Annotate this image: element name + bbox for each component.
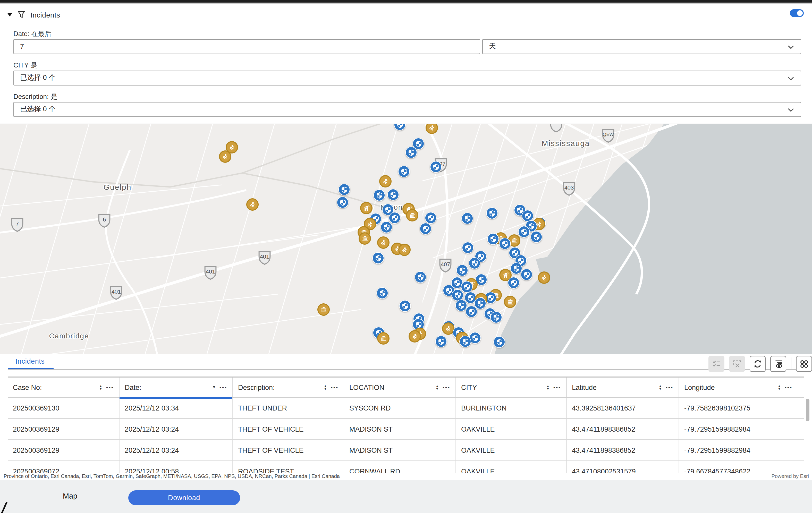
incident-marker-shield[interactable] [490, 311, 502, 323]
incident-marker-shield[interactable] [380, 221, 393, 233]
incident-marker-shield[interactable] [398, 165, 410, 177]
incident-marker-shield[interactable] [499, 238, 511, 249]
column-menu-icon[interactable]: ••• [666, 385, 673, 390]
incident-marker-shield[interactable] [474, 297, 486, 309]
incident-marker-hand[interactable] [246, 198, 259, 211]
incident-marker-shield[interactable] [389, 212, 401, 224]
incident-marker-shield[interactable] [452, 289, 463, 301]
incident-marker-shield[interactable] [518, 226, 530, 238]
table-row[interactable]: 2025003690722025/12/12 00:58ROADSIDE TES… [8, 461, 804, 473]
download-button[interactable]: Download [128, 490, 240, 505]
incident-marker-shield[interactable] [461, 212, 473, 224]
incident-marker-shield[interactable] [430, 161, 442, 173]
sort-desc-icon[interactable]: ▼ [212, 386, 216, 389]
incident-marker-shield[interactable] [414, 271, 426, 283]
incident-marker-shield[interactable] [338, 184, 350, 195]
incident-marker-hand[interactable] [377, 236, 389, 249]
incident-marker-shield[interactable] [387, 189, 399, 201]
incident-marker-shield[interactable] [337, 197, 349, 208]
sort-icon[interactable]: ▲▼ [659, 385, 662, 390]
select-records-button[interactable] [708, 356, 724, 372]
incident-marker-shield[interactable] [456, 265, 468, 276]
actions-button[interactable] [796, 356, 812, 372]
incident-marker-bank[interactable] [377, 332, 389, 344]
incident-marker-bank[interactable] [406, 209, 418, 221]
incident-marker-hand[interactable] [538, 271, 550, 284]
incident-marker-shield[interactable] [459, 336, 471, 348]
cell: OAKVILLE [456, 419, 567, 439]
chevron-down-icon [788, 108, 794, 112]
incident-marker-shield[interactable] [530, 231, 542, 243]
sort-icon[interactable]: ▲▼ [324, 385, 327, 390]
show-hide-columns-button[interactable] [770, 356, 786, 372]
incident-marker-shield[interactable] [465, 306, 477, 318]
column-header-latitude[interactable]: Latitude▲▼••• [567, 378, 679, 397]
incident-marker-shield[interactable] [461, 281, 473, 293]
sort-icon[interactable]: ▲▼ [435, 385, 439, 390]
incident-marker-shield[interactable] [372, 252, 384, 264]
incident-marker-house[interactable] [360, 202, 373, 214]
incident-marker-shield[interactable] [425, 212, 437, 224]
column-header-location[interactable]: LOCATION▲▼••• [344, 378, 456, 397]
cell: THEFT OF VEHICLE [233, 419, 344, 439]
shield-glyph-icon [391, 214, 398, 221]
bank-glyph-icon [379, 335, 387, 342]
incident-marker-shield[interactable] [469, 257, 481, 269]
incident-marker-shield[interactable] [462, 242, 474, 254]
incident-marker-shield[interactable] [508, 277, 520, 289]
sort-icon[interactable]: ▲▼ [546, 385, 550, 390]
column-menu-icon[interactable]: ••• [220, 385, 227, 390]
incident-marker-shield[interactable] [493, 336, 505, 348]
column-header-city[interactable]: CITY▲▼••• [456, 378, 567, 397]
table-row[interactable]: 2025003691302025/12/12 03:34THEFT UNDERS… [8, 398, 804, 419]
table-row[interactable]: 2025003691292025/12/12 03:24THEFT OF VEH… [8, 419, 804, 440]
hand-glyph-icon [428, 124, 436, 131]
incident-marker-shield[interactable] [510, 263, 522, 274]
date-value-input[interactable]: 7 [13, 39, 480, 54]
highway-shield-401: 401 [109, 285, 123, 300]
table-scrollbar-thumb[interactable] [806, 399, 809, 421]
incident-marker-hand[interactable] [398, 244, 411, 256]
collapse-caret-icon[interactable] [7, 13, 12, 17]
sort-icon[interactable]: ▲▼ [99, 385, 103, 390]
date-unit-select[interactable]: 天 [482, 39, 801, 54]
description-select[interactable]: 已选择 0 个 [13, 102, 801, 117]
incident-marker-shield[interactable] [455, 300, 467, 311]
incident-marker-shield[interactable] [376, 287, 388, 299]
column-header-case-no[interactable]: Case No:▲▼••• [8, 378, 119, 397]
date-value-text: 7 [20, 42, 24, 50]
table-row[interactable]: 2025003691292025/12/12 03:24THEFT OF VEH… [8, 440, 804, 461]
incident-marker-shield[interactable] [419, 223, 432, 235]
refresh-button[interactable] [750, 356, 765, 372]
column-header-longitude[interactable]: Longitude▲▼••• [679, 378, 798, 397]
incident-marker-shield[interactable] [373, 189, 385, 201]
filter-header[interactable]: Incidents [7, 9, 60, 20]
incident-marker-hand[interactable] [379, 175, 392, 187]
incident-marker-hand[interactable] [219, 150, 231, 163]
city-select[interactable]: 已选择 0 个 [13, 70, 801, 85]
tab-incidents[interactable]: Incidents [16, 358, 45, 365]
incident-marker-shield[interactable] [522, 210, 533, 222]
incident-marker-shield[interactable] [487, 233, 499, 245]
column-header-date[interactable]: Date:▼••• [119, 378, 233, 397]
incident-marker-bank[interactable] [317, 303, 330, 316]
column-menu-icon[interactable]: ••• [553, 385, 561, 390]
incident-marker-shield[interactable] [486, 207, 498, 219]
incident-marker-shield[interactable] [521, 269, 532, 280]
column-menu-icon[interactable]: ••• [106, 385, 114, 390]
incident-marker-shield[interactable] [435, 336, 447, 348]
incident-marker-hand[interactable] [409, 330, 421, 342]
column-menu-icon[interactable]: ••• [442, 385, 450, 390]
column-menu-icon[interactable]: ••• [331, 385, 339, 390]
incident-marker-shield[interactable] [405, 147, 417, 158]
clear-selection-button[interactable] [729, 356, 745, 372]
incident-marker-bank[interactable] [504, 296, 516, 308]
incident-marker-bank[interactable] [358, 232, 371, 245]
filter-enable-toggle[interactable] [790, 9, 804, 17]
column-menu-icon[interactable]: ••• [785, 385, 792, 390]
map-canvas[interactable]: GuelphCambridgeMississaugaMilton 7640140… [0, 124, 812, 354]
table-body[interactable]: 2025003691302025/12/12 03:34THEFT UNDERS… [8, 398, 804, 473]
sort-icon[interactable]: ▲▼ [778, 385, 781, 390]
incident-marker-shield[interactable] [399, 300, 411, 312]
column-header-description[interactable]: Description:▲▼••• [233, 378, 344, 397]
